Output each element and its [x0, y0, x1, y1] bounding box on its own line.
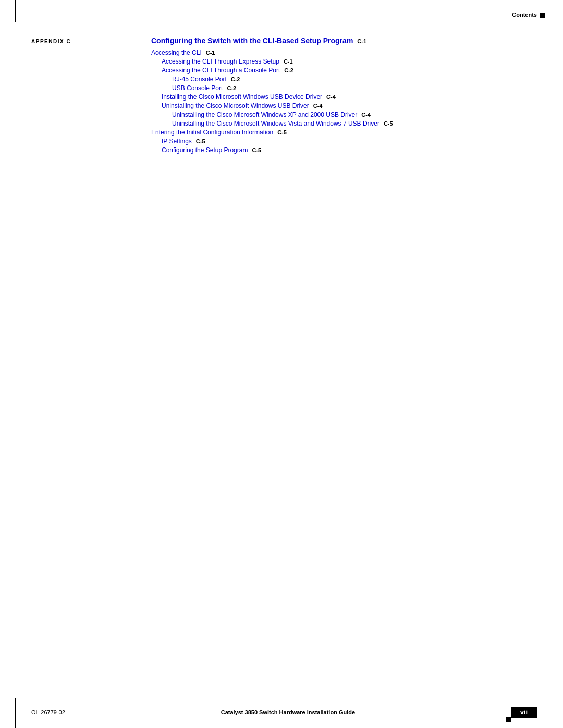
toc-link[interactable]: IP Settings — [162, 138, 192, 145]
toc-entry: Uninstalling the Cisco Microsoft Windows… — [151, 102, 532, 109]
toc-entry: RJ-45 Console PortC-2 — [151, 76, 532, 83]
appendix-page: C-1 — [357, 38, 366, 44]
footer: OL-26779-02 Catalyst 3850 Switch Hardwar… — [0, 707, 563, 718]
toc-entry: Accessing the CLI Through Express SetupC… — [151, 58, 532, 65]
toc-page-num: C-4 — [326, 94, 336, 100]
toc-entry: Entering the Initial Configuration Infor… — [151, 129, 532, 136]
toc-page-num: C-5 — [384, 120, 393, 127]
toc-page-num: C-1 — [206, 50, 215, 56]
toc-entry: Installing the Cisco Microsoft Windows U… — [151, 93, 532, 101]
toc-link[interactable]: Configuring the Setup Program — [162, 146, 248, 154]
toc-link[interactable]: Accessing the CLI Through Express Setup — [162, 58, 279, 65]
toc-link[interactable]: Accessing the CLI Through a Console Port — [162, 67, 280, 74]
footer-title: Catalyst 3850 Switch Hardware Installati… — [221, 709, 355, 715]
appendix-label: APPENDIX C — [31, 38, 151, 44]
toc-page-num: C-2 — [231, 76, 240, 82]
toc-link[interactable]: Uninstalling the Cisco Microsoft Windows… — [172, 120, 380, 127]
toc-page-num: C-2 — [227, 85, 236, 91]
toc-link[interactable]: Accessing the CLI — [151, 49, 202, 56]
toc-page-num: C-5 — [196, 138, 205, 144]
toc-link[interactable]: Installing the Cisco Microsoft Windows U… — [162, 93, 322, 101]
toc-entry: IP SettingsC-5 — [151, 138, 532, 145]
toc-entry: Uninstalling the Cisco Microsoft Windows… — [151, 111, 532, 118]
appendix-row: APPENDIX C Configuring the Switch with t… — [31, 36, 532, 45]
toc-page-num: C-5 — [252, 147, 261, 153]
top-border — [0, 21, 563, 21]
contents-label: Contents — [512, 11, 537, 18]
bottom-border — [0, 699, 563, 699]
toc-entry: Accessing the CLIC-1 — [151, 49, 532, 56]
toc-page-num: C-4 — [313, 103, 323, 109]
footer-square-icon — [506, 717, 511, 722]
toc-page-num: C-1 — [284, 58, 293, 65]
toc-entry: Uninstalling the Cisco Microsoft Windows… — [151, 120, 532, 127]
contents-square-icon — [540, 13, 545, 18]
toc-link[interactable]: Uninstalling the Cisco Microsoft Windows… — [162, 102, 309, 109]
toc-section: Accessing the CLIC-1Accessing the CLI Th… — [151, 49, 532, 154]
main-content: APPENDIX C Configuring the Switch with t… — [31, 36, 532, 155]
toc-link[interactable]: Uninstalling the Cisco Microsoft Windows… — [172, 111, 357, 118]
toc-entry: Accessing the CLI Through a Console Port… — [151, 67, 532, 74]
appendix-title: Configuring the Switch with the CLI-Base… — [151, 36, 353, 45]
toc-entry: Configuring the Setup ProgramC-5 — [151, 146, 532, 154]
left-top-bar — [15, 0, 16, 22]
toc-page-num: C-5 — [277, 129, 287, 135]
toc-page-num: C-2 — [284, 67, 293, 73]
toc-page-num: C-4 — [361, 112, 371, 118]
footer-doc-number: OL-26779-02 — [31, 709, 65, 715]
toc-link[interactable]: Entering the Initial Configuration Infor… — [151, 129, 273, 136]
footer-page-number: vii — [511, 707, 537, 718]
toc-link[interactable]: RJ-45 Console Port — [172, 76, 227, 83]
toc-entry: USB Console PortC-2 — [151, 84, 532, 92]
toc-link[interactable]: USB Console Port — [172, 84, 223, 92]
